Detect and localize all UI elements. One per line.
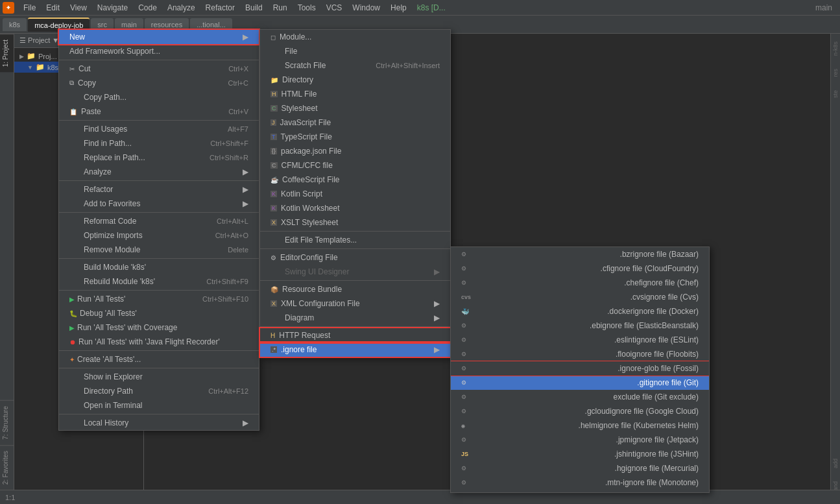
- menu-item-reformat[interactable]: Reformat Code Ctrl+Alt+L: [59, 214, 259, 228]
- ktw-icon: K: [270, 205, 277, 211]
- ignore-eslint[interactable]: ⚙ .eslintignore file (ESLint): [451, 333, 709, 347]
- menu-item-create-tests[interactable]: ✦ Create 'All Tests'...: [59, 352, 259, 366]
- menu2-edit-templates[interactable]: Edit File Templates...: [260, 233, 450, 247]
- scratch-icon: [270, 60, 281, 71]
- menu-item-run-recorder[interactable]: ⏺ Run 'All Tests' with 'Java Flight Reco…: [59, 335, 259, 349]
- menu-item-refactor[interactable]: Refactor ▶: [59, 182, 259, 197]
- vtab-favorites[interactable]: 2: Favorites: [0, 445, 14, 490]
- http-request-label: HTTP Request: [279, 331, 440, 340]
- menu2-coffeescript[interactable]: ☕ CoffeeScript File: [260, 173, 450, 187]
- ignore-nodemon[interactable]: ⚙ .nodemonignore file (Nodemon): [451, 490, 709, 493]
- menu2-html[interactable]: H HTML File: [260, 87, 450, 101]
- menu-item-rebuild-module[interactable]: Rebuild Module 'k8s' Ctrl+Shift+F9: [59, 274, 259, 289]
- menu-item-build-module[interactable]: Build Module 'k8s': [59, 260, 259, 274]
- menu2-package-json[interactable]: {} package.json File: [260, 144, 450, 158]
- menu-navigate[interactable]: Navigate: [92, 2, 133, 14]
- menu-build[interactable]: Build: [240, 2, 268, 14]
- vtab-project[interactable]: 1: Project: [0, 34, 14, 72]
- ignore-bzr[interactable]: ⚙ .bzrignore file (Bazaar): [451, 247, 709, 261]
- ignore-git[interactable]: ⚙ .gitignore file (Git): [451, 376, 709, 390]
- menu-item-local-history[interactable]: Local History ▶: [59, 416, 259, 430]
- menu2-module[interactable]: ◻ Module...: [260, 30, 450, 44]
- menu2-resource-bundle[interactable]: 📦 Resource Bundle: [260, 282, 450, 296]
- menu2-js[interactable]: J JavaScript File: [260, 115, 450, 130]
- menu2-ts[interactable]: T TypeScript File: [260, 130, 450, 144]
- menu-window[interactable]: Window: [347, 2, 385, 14]
- ignore-jpm[interactable]: ⚙ .jpmignore file (Jetpack): [451, 433, 709, 447]
- menu-refactor[interactable]: Refactor: [200, 2, 240, 14]
- vtab-structure[interactable]: 7: Structure: [0, 400, 14, 445]
- ignore-helm[interactable]: ⎈ .helmignore file (Kubernetes Helm): [451, 418, 709, 433]
- ignore-cvs[interactable]: cvs .cvsignore file (Cvs): [451, 290, 709, 304]
- ts-icon: T: [270, 134, 277, 140]
- analyze-label: Analyze: [84, 167, 243, 176]
- menu2-diagram[interactable]: Diagram ▶: [260, 311, 450, 325]
- ignore-cf[interactable]: ⚙ .cfignore file (CloudFoundry): [451, 261, 709, 276]
- ignore-chef[interactable]: ⚙ .chefignore file (Chef): [451, 276, 709, 290]
- ignore-docker[interactable]: 🐳 .dockerignore file (Docker): [451, 304, 709, 318]
- menu-run[interactable]: Run: [268, 2, 293, 14]
- build-module-label: Build Module 'k8s': [84, 263, 248, 272]
- menu2-xslt[interactable]: X XSLT Stylesheet: [260, 215, 450, 230]
- find-usages-label: Find Usages: [84, 125, 228, 134]
- project-label: ☰ Project ▼: [19, 36, 59, 44]
- menu2-scratch[interactable]: Scratch File Ctrl+Alt+Shift+Insert: [260, 58, 450, 73]
- menu-item-run-coverage[interactable]: ▶ Run 'All Tests' with Coverage: [59, 320, 259, 335]
- menu-view[interactable]: View: [65, 2, 92, 14]
- run-shortcut: Ctrl+Shift+F10: [202, 295, 248, 303]
- reformat-icon: [69, 216, 80, 226]
- menu-item-find-in-path[interactable]: Find in Path... Ctrl+Shift+F: [59, 136, 259, 150]
- menu-item-debug-tests[interactable]: 🐛 Debug 'All Tests': [59, 306, 259, 320]
- menu2-directory[interactable]: 📁 Directory: [260, 73, 450, 87]
- ignore-fossil[interactable]: ⚙ .ignore-glob file (Fossil): [451, 361, 709, 376]
- tab-k8s[interactable]: k8s: [3, 18, 27, 31]
- menu-item-new[interactable]: New ▶: [59, 30, 259, 44]
- ignore-git-exclude[interactable]: ⚙ exclude file (Git exclude): [451, 390, 709, 404]
- ignore-eb[interactable]: ⚙ .ebignore file (ElasticBeanstalk): [451, 318, 709, 333]
- menu2-ignore-file[interactable]: .* .ignore file ▶: [260, 342, 450, 357]
- menu-item-optimize[interactable]: Optimize Imports Ctrl+Alt+O: [59, 228, 259, 243]
- replace-icon: [69, 152, 80, 163]
- menu-item-copy-path[interactable]: Copy Path...: [59, 90, 259, 104]
- menu2-stylesheet[interactable]: C Stylesheet: [260, 101, 450, 115]
- menu-item-open-terminal[interactable]: Open in Terminal: [59, 398, 259, 413]
- menu-item-add-framework[interactable]: Add Framework Support...: [59, 44, 259, 58]
- menu2-kotlin-worksheet[interactable]: K Kotlin Worksheet: [260, 201, 450, 215]
- menu2-http-request[interactable]: H HTTP Request: [260, 328, 450, 342]
- menu2-cfml[interactable]: C CFML/CFC file: [260, 158, 450, 173]
- menu-file[interactable]: File: [18, 2, 41, 14]
- menu-item-analyze[interactable]: Analyze ▶: [59, 165, 259, 179]
- menu-code[interactable]: Code: [133, 2, 162, 14]
- menu-tools[interactable]: Tools: [293, 2, 321, 14]
- menu-item-copy[interactable]: ⧉ Copy Ctrl+C: [59, 76, 259, 90]
- ignore-gcloud[interactable]: ⚙ .gcloudignore file (Google Cloud): [451, 404, 709, 418]
- menu-k8s[interactable]: k8s [D...: [412, 2, 451, 14]
- right-sidebar: n-k8s res ste add and: [830, 34, 840, 504]
- coffee-label: CoffeeScript File: [282, 175, 440, 184]
- menu2-xml-config[interactable]: X XML Configuration File ▶: [260, 296, 450, 311]
- menu-item-replace-in-path[interactable]: Replace in Path... Ctrl+Shift+R: [59, 150, 259, 165]
- menu-item-dir-path[interactable]: Directory Path Ctrl+Alt+F12: [59, 384, 259, 398]
- menu-help[interactable]: Help: [385, 2, 412, 14]
- menu-item-cut[interactable]: ✂ Cut Ctrl+X: [59, 62, 259, 76]
- ignore-monotone[interactable]: ⚙ .mtn-ignore file (Monotone): [451, 475, 709, 490]
- fossil-icon: ⚙: [461, 365, 466, 372]
- menu-item-paste[interactable]: 📋 Paste Ctrl+V: [59, 104, 259, 119]
- menu2-file[interactable]: File: [260, 44, 450, 58]
- menu-item-run-tests[interactable]: ▶ Run 'All Tests' Ctrl+Shift+F10: [59, 292, 259, 306]
- menu2-editorconfig[interactable]: ⚙ EditorConfig File: [260, 250, 450, 265]
- html-label: HTML File: [282, 90, 440, 99]
- menu-edit[interactable]: Edit: [41, 2, 65, 14]
- menu-analyze[interactable]: Analyze: [162, 2, 200, 14]
- menu-item-find-usages[interactable]: Find Usages Alt+F7: [59, 122, 259, 136]
- menu-item-add-favorites[interactable]: Add to Favorites ▶: [59, 197, 259, 211]
- menu-item-remove-module[interactable]: Remove Module Delete: [59, 243, 259, 257]
- ignore-mercurial[interactable]: ⚙ .hgignore file (Mercurial): [451, 461, 709, 475]
- menu2-kotlin-script[interactable]: K Kotlin Script: [260, 187, 450, 201]
- menu2-swing-ui[interactable]: Swing UI Designer ▶: [260, 265, 450, 279]
- menu-vcs[interactable]: VCS: [321, 2, 348, 14]
- ignore-floobits[interactable]: ⚙ .flooignore file (Floobits): [451, 347, 709, 361]
- ignore-jshint[interactable]: JS .jshintignore file (JSHint): [451, 447, 709, 461]
- js-icon: J: [270, 119, 276, 126]
- menu-item-show-explorer[interactable]: Show in Explorer: [59, 370, 259, 384]
